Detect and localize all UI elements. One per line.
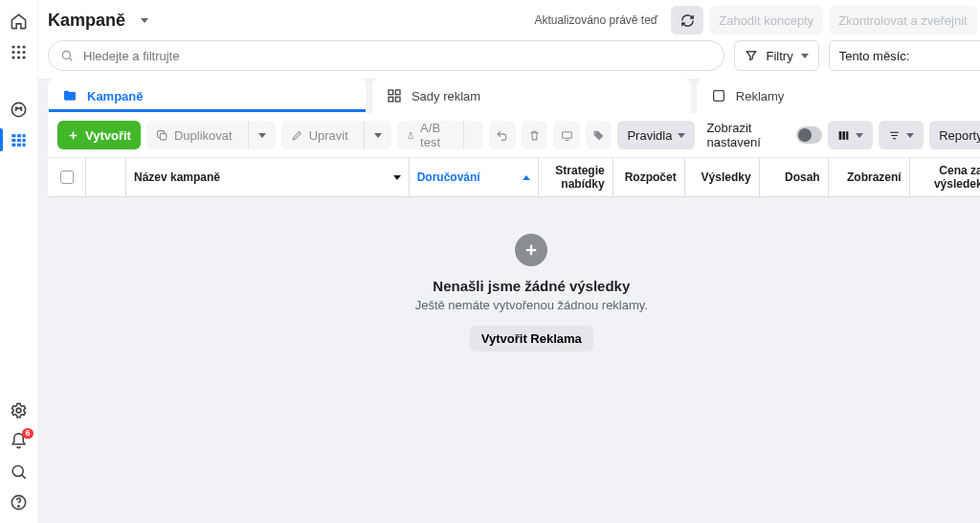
svg-point-6 — [11, 56, 14, 58]
tab-campaigns[interactable]: Kampaně — [48, 79, 367, 113]
toolbar: Vytvořit Duplikovat Upravit A/B — [48, 113, 980, 158]
svg-point-21 — [16, 408, 21, 413]
discard-drafts-button[interactable]: Zahodit koncepty — [709, 6, 823, 34]
svg-rect-36 — [839, 131, 842, 140]
svg-rect-33 — [713, 91, 724, 102]
rules-label: Pravidla — [627, 128, 672, 143]
chevron-down-icon — [374, 133, 382, 138]
nav-search[interactable] — [0, 456, 38, 487]
filters-label: Filtry — [766, 49, 792, 63]
date-range-button[interactable]: Tento měsíc: — [829, 40, 980, 71]
tab-ads[interactable]: Reklamy — [697, 79, 980, 113]
col-checkbox[interactable] — [48, 158, 86, 196]
duplicate-button[interactable]: Duplikovat — [146, 121, 276, 149]
chevron-down-icon — [801, 54, 809, 58]
edit-button[interactable]: Upravit — [281, 121, 391, 149]
home-icon — [10, 12, 28, 31]
duplicate-label: Duplikovat — [174, 128, 233, 143]
svg-point-8 — [22, 56, 25, 58]
svg-rect-15 — [11, 138, 15, 141]
empty-subtext: Ještě nemáte vytvořenou žádnou reklamy. — [415, 298, 648, 312]
rules-button[interactable]: Pravidla — [617, 121, 695, 149]
sort-icon — [393, 175, 401, 180]
funnel-icon — [745, 49, 758, 62]
delete-button[interactable] — [522, 121, 548, 149]
empty-cta-button[interactable]: Vytvořit Reklama — [470, 326, 593, 352]
svg-point-7 — [17, 56, 20, 58]
nav-notifications[interactable]: 6 — [0, 425, 38, 456]
content-panel: Vytvořit Duplikovat Upravit A/B — [48, 113, 980, 523]
col-delivery[interactable]: Doručování — [410, 158, 539, 196]
adset-icon — [387, 88, 402, 103]
left-rail: 6 — [0, 0, 38, 523]
svg-point-24 — [18, 505, 19, 506]
col-reach[interactable]: Dosah — [760, 158, 829, 196]
sort-icon — [523, 175, 530, 180]
nav-overview[interactable] — [0, 94, 38, 125]
breakdown-button[interactable] — [879, 121, 924, 149]
nav-ads-manager[interactable] — [0, 125, 38, 155]
nav-apps[interactable] — [0, 36, 38, 67]
show-settings-toggle[interactable]: Zobrazit nastavení — [706, 121, 822, 149]
col-budget-label: Rozpočet — [625, 171, 677, 184]
show-settings-label: Zobrazit nastavení — [706, 121, 789, 149]
copy-icon — [156, 129, 168, 142]
empty-plus-icon — [515, 234, 547, 266]
svg-point-9 — [11, 102, 25, 116]
search-field[interactable] — [48, 40, 724, 71]
tab-label: Kampaně — [87, 89, 144, 103]
tag-button[interactable] — [586, 121, 612, 149]
breakdown-icon — [888, 129, 901, 142]
tab-label: Sady reklam — [412, 89, 480, 103]
columns-icon — [837, 129, 850, 142]
tab-adsets[interactable]: Sady reklam — [372, 79, 691, 113]
edit-label: Upravit — [309, 128, 348, 143]
tag-icon — [592, 129, 605, 142]
svg-point-22 — [12, 466, 23, 476]
plus-icon — [67, 129, 79, 142]
nav-home[interactable] — [0, 6, 38, 36]
toggle-switch[interactable] — [796, 126, 822, 144]
chevron-down-icon — [678, 133, 685, 138]
date-range-label: Tento měsíc: — [839, 49, 910, 63]
grid-icon — [10, 43, 28, 61]
page-header: Kampaně Aktualizováno právě teď Zahodit … — [38, 0, 980, 40]
col-cost-per-result[interactable]: Cena za výsledek — [910, 158, 980, 196]
last-updated: Aktualizováno právě teď — [534, 13, 657, 27]
col-cpr-label: Cena za výsledek — [918, 164, 980, 191]
chevron-down-icon — [141, 18, 148, 23]
svg-point-1 — [17, 45, 20, 48]
table-icon — [10, 131, 28, 149]
refresh-icon — [680, 13, 695, 28]
reports-button[interactable]: Reporty — [929, 121, 980, 149]
abtest-button[interactable]: A/B test — [397, 121, 483, 149]
undo-button[interactable] — [489, 121, 516, 149]
nav-help[interactable] — [0, 487, 38, 517]
svg-rect-29 — [389, 90, 393, 95]
nav-settings[interactable] — [0, 395, 38, 425]
columns-button[interactable] — [828, 121, 873, 149]
col-results[interactable]: Výsledky — [685, 158, 760, 196]
svg-rect-13 — [17, 134, 21, 137]
col-impressions-label: Zobrazení — [847, 171, 902, 184]
empty-heading: Nenašli jsme žádné výsledky — [433, 278, 630, 294]
svg-rect-35 — [562, 131, 571, 138]
pencil-icon — [291, 129, 303, 142]
review-publish-button[interactable]: Zkontrolovat a zveřejnit — [829, 6, 976, 34]
svg-rect-38 — [846, 131, 848, 140]
col-budget[interactable]: Rozpočet — [613, 158, 685, 196]
svg-point-5 — [22, 50, 25, 53]
col-name[interactable]: Název kampaně — [126, 158, 410, 196]
create-button[interactable]: Vytvořit — [57, 121, 141, 149]
checkbox[interactable] — [60, 171, 74, 184]
search-input[interactable] — [81, 48, 712, 64]
svg-rect-16 — [17, 138, 21, 141]
col-strategy[interactable]: Strategie nabídky — [539, 158, 613, 196]
export-button[interactable] — [553, 121, 580, 149]
create-label: Vytvořit — [85, 128, 131, 143]
search-icon — [10, 463, 28, 481]
filters-button[interactable]: Filtry — [734, 40, 818, 71]
refresh-button[interactable] — [671, 6, 703, 34]
col-impressions[interactable]: Zobrazení — [829, 158, 910, 196]
account-selector[interactable] — [135, 18, 148, 23]
